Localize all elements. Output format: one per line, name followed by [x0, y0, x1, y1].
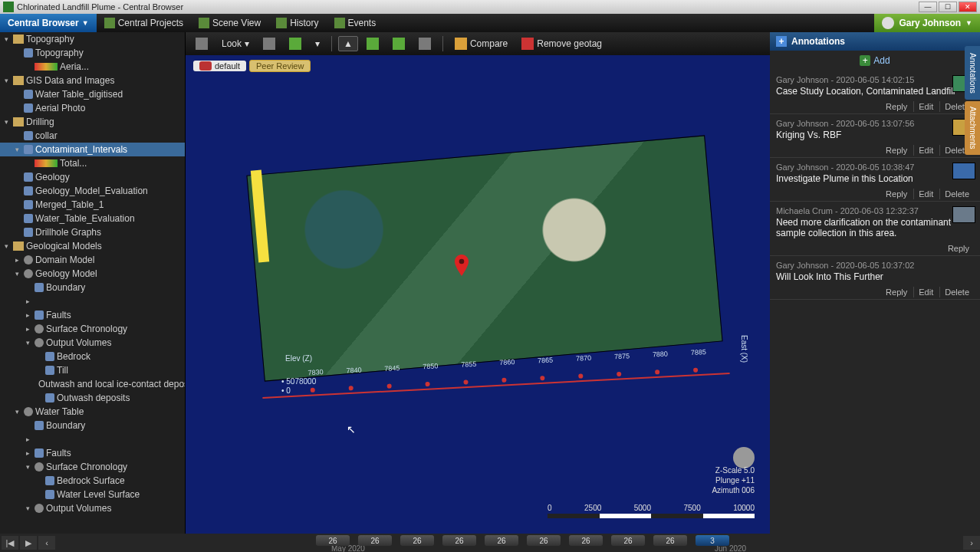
- timeline-segment[interactable]: 26: [485, 535, 518, 546]
- tree-item[interactable]: ▸Faults: [0, 446, 185, 460]
- delete-link[interactable]: Delete: [939, 189, 974, 199]
- timeline-prev-button[interactable]: ‹: [38, 536, 55, 550]
- tree-item[interactable]: Bedrock Surface: [0, 474, 185, 488]
- tool-pen[interactable]: [361, 35, 384, 52]
- tool-brush-dropdown[interactable]: ▾: [310, 36, 325, 51]
- annotations-expand-icon[interactable]: +: [776, 36, 787, 47]
- close-button[interactable]: ✕: [959, 2, 977, 12]
- minimize-button[interactable]: —: [919, 2, 937, 12]
- geotag-marker[interactable]: [454, 255, 469, 276]
- timeline-segment[interactable]: 26: [442, 535, 476, 546]
- side-tab-annotations[interactable]: Annotations: [965, 46, 980, 100]
- menu-item[interactable]: Events: [327, 14, 384, 32]
- central-browser-dropdown[interactable]: Central Browser ▼: [0, 14, 97, 32]
- tree-item[interactable]: Geology: [0, 170, 185, 184]
- reply-link[interactable]: Reply: [943, 243, 974, 254]
- expand-toggle[interactable]: ▸: [23, 297, 32, 305]
- expand-toggle[interactable]: ▾: [23, 339, 32, 347]
- look-dropdown[interactable]: Look ▾: [216, 36, 255, 51]
- annotation-item[interactable]: Gary Johnson - 2020-06-05 14:02:15Case S…: [770, 71, 980, 114]
- timeline-segment[interactable]: 26: [316, 535, 350, 546]
- reply-link[interactable]: Reply: [881, 101, 912, 112]
- user-button[interactable]: Gary Johnson ▼: [874, 14, 980, 32]
- tree-item[interactable]: Total...: [0, 156, 185, 170]
- tree-item[interactable]: collar: [0, 129, 185, 143]
- tree-item[interactable]: ▸Faults: [0, 308, 185, 322]
- tree-item[interactable]: ▸: [0, 294, 185, 308]
- edit-link[interactable]: Edit: [913, 101, 938, 112]
- tree-item[interactable]: Bedrock: [0, 350, 185, 363]
- side-tab-attachments[interactable]: Attachments: [965, 101, 980, 155]
- tree-item[interactable]: Water Level Surface: [0, 488, 185, 501]
- timeline-segment[interactable]: 3: [696, 535, 729, 546]
- tree-item[interactable]: ▾Surface Chronology: [0, 460, 185, 474]
- annotation-item[interactable]: Gary Johnson - 2020-06-05 13:07:56Krigin…: [770, 114, 980, 158]
- tree-item[interactable]: ▾Geological Models: [0, 239, 185, 253]
- expand-toggle[interactable]: ▾: [2, 242, 11, 250]
- timeline-segment[interactable]: 26: [400, 535, 434, 546]
- menu-item[interactable]: Scene View: [191, 14, 268, 32]
- annotation-item[interactable]: Michaela Crum - 2020-06-03 12:32:37Need …: [770, 202, 980, 256]
- tool-line[interactable]: [258, 35, 281, 52]
- annotation-item[interactable]: Gary Johnson - 2020-06-05 10:38:47Invest…: [770, 158, 980, 202]
- timeline-first-button[interactable]: |◀: [2, 536, 18, 550]
- tree-item[interactable]: Boundary: [0, 281, 185, 294]
- expand-toggle[interactable]: ▾: [23, 504, 32, 512]
- tree-item[interactable]: Drillhole Graphs: [0, 225, 185, 239]
- tree-item[interactable]: ▾Geology Model: [0, 267, 185, 281]
- branch-peer-review[interactable]: Peer Review: [249, 60, 311, 72]
- edit-link[interactable]: Edit: [913, 189, 938, 199]
- tree-item[interactable]: Till: [0, 363, 185, 377]
- expand-toggle[interactable]: ▸: [23, 449, 32, 457]
- tree-item[interactable]: ▸Domain Model: [0, 253, 185, 267]
- reply-link[interactable]: Reply: [881, 287, 912, 297]
- expand-toggle[interactable]: ▸: [23, 325, 32, 333]
- timeline-play-button[interactable]: ▶: [20, 536, 37, 550]
- tool-pointer[interactable]: ▲: [338, 36, 358, 51]
- timeline-segment[interactable]: 26: [527, 535, 561, 546]
- edit-link[interactable]: Edit: [913, 287, 938, 297]
- expand-toggle[interactable]: ▸: [23, 435, 32, 443]
- edit-link[interactable]: Edit: [913, 145, 938, 156]
- expand-toggle[interactable]: ▾: [2, 118, 11, 126]
- timeline-track[interactable]: May 2020 Jun 2020 2626262626262626263: [78, 534, 939, 552]
- expand-toggle[interactable]: ▾: [12, 408, 21, 416]
- reply-link[interactable]: Reply: [881, 189, 912, 199]
- delete-link[interactable]: Delete: [939, 287, 974, 297]
- branch-default[interactable]: default: [193, 61, 246, 71]
- timeline-next-button[interactable]: ›: [963, 536, 980, 550]
- timeline-segment[interactable]: 26: [611, 535, 645, 546]
- reply-link[interactable]: Reply: [881, 145, 912, 156]
- expand-toggle[interactable]: ▾: [23, 463, 32, 471]
- tree-item[interactable]: ▾GIS Data and Images: [0, 74, 185, 87]
- tree-item[interactable]: Boundary: [0, 419, 185, 432]
- timeline-segment[interactable]: 26: [653, 535, 687, 546]
- timeline-segment[interactable]: 26: [569, 535, 603, 546]
- tree-item[interactable]: ▾Drilling: [0, 115, 185, 129]
- expand-toggle[interactable]: ▸: [23, 311, 32, 319]
- project-tree[interactable]: ▾TopographyTopographyAeria...▾GIS Data a…: [0, 32, 186, 534]
- tree-item[interactable]: ▸: [0, 432, 185, 446]
- tree-item[interactable]: Water Table_digitised: [0, 87, 185, 101]
- expand-toggle[interactable]: ▾: [2, 35, 11, 43]
- tree-item[interactable]: Aeria...: [0, 60, 185, 74]
- expand-toggle[interactable]: ▾: [12, 270, 21, 278]
- timeline-segment[interactable]: 26: [358, 535, 392, 546]
- tree-item[interactable]: ▾Topography: [0, 32, 185, 46]
- tree-item[interactable]: Outwash deposits: [0, 391, 185, 405]
- tree-item[interactable]: Outwash and local ice-contact deposits: [0, 377, 185, 391]
- tree-item[interactable]: Aerial Photo: [0, 101, 185, 115]
- tree-item[interactable]: ▾Water Table: [0, 405, 185, 419]
- annotation-item[interactable]: Gary Johnson - 2020-06-05 10:37:02Will L…: [770, 256, 980, 300]
- tool-pencil[interactable]: [413, 35, 436, 52]
- tool-move[interactable]: [387, 35, 410, 52]
- tree-item[interactable]: ▾Output Volumes: [0, 501, 185, 515]
- scene-viewport[interactable]: Elev (Z) • 5078000 • 0 East (X) 78307840…: [186, 55, 770, 534]
- menu-item[interactable]: History: [268, 14, 326, 32]
- expand-toggle[interactable]: ▾: [12, 146, 21, 153]
- remove-geotag-button[interactable]: Remove geotag: [516, 35, 607, 52]
- tree-item[interactable]: ▸Surface Chronology: [0, 322, 185, 336]
- maximize-button[interactable]: ☐: [939, 2, 957, 12]
- tool-refresh[interactable]: [190, 35, 213, 52]
- add-annotation-button[interactable]: + Add: [770, 51, 980, 71]
